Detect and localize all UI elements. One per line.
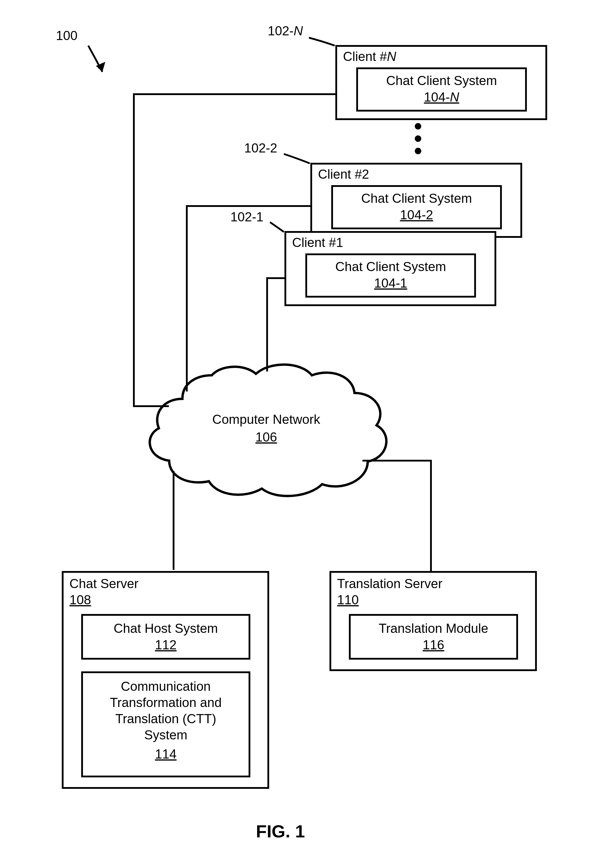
client-1-callout: 102-1 bbox=[230, 210, 264, 224]
ctt-line2: Transformation and bbox=[83, 695, 248, 710]
client-2-box: Client #2 Chat Client System 104-2 bbox=[310, 163, 522, 238]
translation-server-box: Translation Server 110 Translation Modul… bbox=[329, 571, 537, 671]
chat-server-box: Chat Server 108 Chat Host System 112 Com… bbox=[62, 571, 269, 789]
client-1-inner-ref: 104-1 bbox=[307, 276, 474, 291]
chat-host-title: Chat Host System bbox=[83, 621, 248, 636]
client-2-inner-ref: 104-2 bbox=[333, 208, 500, 222]
ctt-line4: System bbox=[83, 727, 248, 742]
chat-server-title: Chat Server bbox=[70, 576, 138, 591]
translation-module-box: Translation Module 116 bbox=[349, 614, 518, 660]
client-1-title: Client #1 bbox=[292, 235, 343, 250]
chat-host-ref: 112 bbox=[83, 637, 248, 652]
client-1-inner-box: Chat Client System 104-1 bbox=[305, 253, 476, 298]
chat-host-box: Chat Host System 112 bbox=[81, 614, 250, 660]
client-n-inner-title: Chat Client System bbox=[358, 73, 525, 88]
translation-module-ref: 116 bbox=[351, 637, 516, 652]
client-n-title: Client #N bbox=[343, 49, 396, 64]
client-n-inner-box: Chat Client System 104-N bbox=[356, 67, 527, 112]
ellipsis-dot bbox=[415, 123, 421, 129]
client-n-callout-final: 102-N bbox=[268, 23, 303, 38]
ellipsis-dot bbox=[415, 148, 421, 154]
client-2-callout: 102-2 bbox=[244, 141, 278, 155]
translation-server-title: Translation Server bbox=[337, 576, 442, 591]
ctt-ref: 114 bbox=[83, 747, 248, 762]
network-title: Computer Network bbox=[182, 412, 350, 427]
ctt-box: Communication Transformation and Transla… bbox=[81, 671, 250, 777]
client-1-box: Client #1 Chat Client System 104-1 bbox=[284, 231, 496, 306]
client-n-title-prefix: Client # bbox=[343, 49, 387, 64]
client-n-title-suffix: N bbox=[387, 49, 396, 64]
svg-marker-0 bbox=[96, 62, 106, 72]
client-n-inner-ref: 104-N bbox=[358, 90, 525, 104]
client-1-inner-title: Chat Client System bbox=[307, 259, 474, 274]
chat-server-ref: 108 bbox=[70, 592, 91, 608]
client-2-title: Client #2 bbox=[318, 167, 369, 182]
network-ref: 106 bbox=[182, 430, 350, 445]
translation-module-title: Translation Module bbox=[351, 621, 516, 636]
figure-caption: FIG. 1 bbox=[256, 821, 305, 841]
translation-server-ref: 110 bbox=[337, 592, 358, 608]
figure-ref-100: 100 bbox=[56, 28, 78, 43]
ctt-line1: Communication bbox=[83, 679, 248, 694]
client-n-box: Client #N Chat Client System 104-N bbox=[335, 45, 547, 120]
diagram-canvas: 100 Client #N Chat Client bbox=[0, 0, 616, 858]
ellipsis-dot bbox=[415, 135, 421, 142]
client-2-inner-title: Chat Client System bbox=[333, 191, 500, 206]
ctt-line3: Translation (CTT) bbox=[83, 712, 248, 726]
client-2-inner-box: Chat Client System 104-2 bbox=[331, 185, 502, 229]
